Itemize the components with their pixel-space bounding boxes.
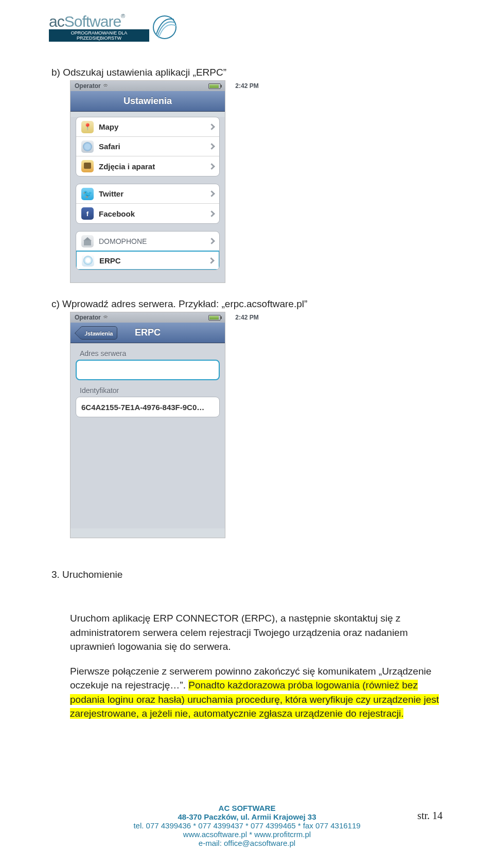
- settings-cell-mapy[interactable]: 📍 Mapy: [76, 117, 219, 137]
- status-bar: Operator 2:42 PM: [70, 312, 225, 323]
- server-address-field[interactable]: [76, 360, 220, 380]
- chevron-right-icon: [208, 238, 215, 244]
- section-3-para1: Uruchom aplikację ERP CONNECTOR (ERPC), …: [70, 611, 443, 654]
- page-footer: AC SOFTWARE 48-370 Paczków, ul. Armii Kr…: [0, 804, 494, 847]
- settings-label: ERPC: [99, 256, 209, 265]
- footer-email: e-mail: office@acsoftware.pl: [0, 839, 494, 847]
- company-logo: acSoftware® OPROGRAMOWANIE DLA PRZEDSIĘB…: [49, 13, 177, 42]
- settings-label: Safari: [99, 142, 209, 151]
- chevron-right-icon: [208, 163, 215, 170]
- nav-title: Ustawienia: [70, 96, 225, 107]
- identifier-field[interactable]: 6C4A2155-7E1A-4976-843F-9C0…: [76, 397, 220, 417]
- logo-text: acSoftware®: [49, 13, 149, 30]
- settings-cell-erpc[interactable]: ERPC: [76, 251, 220, 270]
- back-button[interactable]: Ustawienia: [80, 326, 117, 340]
- battery-icon: [208, 315, 221, 321]
- erpc-settings-phone-screenshot: Operator 2:42 PM Ustawienia ERPC Adres s…: [70, 312, 225, 538]
- footer-address: 48-370 Paczków, ul. Armii Krajowej 33: [0, 812, 494, 821]
- server-address-label: Adres serwera: [70, 343, 225, 360]
- footer-company: AC SOFTWARE: [0, 804, 494, 812]
- chevron-right-icon: [208, 123, 215, 130]
- settings-group-1: 📍 Mapy Safari Zdjęcia i aparat: [76, 117, 220, 176]
- nav-bar: Ustawienia: [70, 91, 225, 112]
- photos-icon: [81, 160, 94, 172]
- logo-swoop-icon: [152, 13, 177, 42]
- chevron-right-icon: [208, 257, 215, 264]
- section-3-para2: Pierwsze połączenie z serwerem powinno z…: [70, 664, 443, 721]
- settings-phone-screenshot: Operator 2:42 PM Ustawienia 📍 Mapy: [70, 80, 225, 283]
- chevron-right-icon: [208, 143, 215, 150]
- facebook-icon: f: [81, 207, 94, 220]
- step-c-text: c) Wprowadź adres serwera. Przykład: „er…: [51, 298, 443, 310]
- settings-label: DOMOPHONE: [99, 237, 209, 245]
- settings-cell-photos[interactable]: Zdjęcia i aparat: [76, 156, 219, 176]
- settings-label: Mapy: [99, 122, 209, 131]
- status-bar: Operator 2:42 PM: [70, 81, 225, 91]
- step-b-text: b) Odszukaj ustawienia aplikacji „ERPC”: [51, 67, 443, 78]
- safari-icon: [81, 140, 94, 153]
- settings-cell-twitter[interactable]: 🐦 Twitter: [76, 184, 219, 204]
- chevron-right-icon: [208, 190, 215, 197]
- battery-icon: [208, 83, 221, 89]
- clock-label: 2:42 PM: [0, 82, 494, 90]
- logo-tagline: OPROGRAMOWANIE DLA PRZEDSIĘBIORSTW: [49, 29, 149, 42]
- erpc-icon: [82, 254, 94, 267]
- settings-label: Facebook: [99, 209, 209, 218]
- footer-web: www.acsoftware.pl * www.profitcrm.pl: [0, 830, 494, 839]
- settings-cell-safari[interactable]: Safari: [76, 137, 219, 156]
- settings-cell-facebook[interactable]: f Facebook: [76, 204, 219, 223]
- chevron-right-icon: [208, 210, 215, 217]
- settings-label: Zdjęcia i aparat: [99, 162, 209, 171]
- nav-bar: Ustawienia ERPC: [70, 323, 225, 343]
- clock-label: 2:42 PM: [0, 314, 494, 321]
- twitter-icon: 🐦: [81, 188, 94, 200]
- identifier-label: Identyfikator: [70, 380, 225, 397]
- footer-phones: tel. 077 4399436 * 077 4399437 * 077 439…: [0, 821, 494, 830]
- settings-group-3: DOMOPHONE ERPC: [76, 231, 220, 270]
- maps-icon: 📍: [81, 121, 94, 133]
- domophone-icon: [81, 235, 94, 247]
- section-3-heading: 3. Uruchomienie: [51, 569, 443, 580]
- settings-cell-domophone[interactable]: DOMOPHONE: [76, 232, 219, 251]
- identifier-value: 6C4A2155-7E1A-4976-843F-9C0…: [81, 403, 204, 412]
- settings-label: Twitter: [99, 189, 209, 198]
- settings-group-2: 🐦 Twitter f Facebook: [76, 184, 220, 224]
